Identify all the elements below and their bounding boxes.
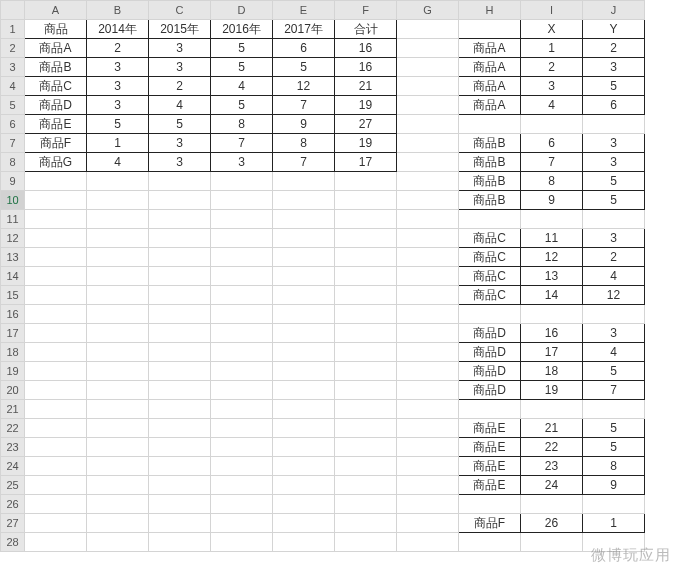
cell-J22[interactable]: 5 (583, 419, 645, 438)
cell-G5[interactable] (397, 96, 459, 115)
cell-G14[interactable] (397, 267, 459, 286)
cell-B16[interactable] (87, 305, 149, 324)
cell-D24[interactable] (211, 457, 273, 476)
cell-I5[interactable]: 4 (521, 96, 583, 115)
cell-A27[interactable] (25, 514, 87, 533)
cell-H17[interactable]: 商品D (459, 324, 521, 343)
cell-F5[interactable]: 19 (335, 96, 397, 115)
cell-A21[interactable] (25, 400, 87, 419)
cell-G2[interactable] (397, 39, 459, 58)
cell-A23[interactable] (25, 438, 87, 457)
cell-F4[interactable]: 21 (335, 77, 397, 96)
cell-J27[interactable]: 1 (583, 514, 645, 533)
cell-F25[interactable] (335, 476, 397, 495)
cell-I6[interactable] (521, 115, 583, 134)
cell-B12[interactable] (87, 229, 149, 248)
cell-J14[interactable]: 4 (583, 267, 645, 286)
cell-J18[interactable]: 4 (583, 343, 645, 362)
col-header-C[interactable]: C (149, 1, 211, 20)
cell-H3[interactable]: 商品A (459, 58, 521, 77)
col-header-E[interactable]: E (273, 1, 335, 20)
cell-I25[interactable]: 24 (521, 476, 583, 495)
cell-D27[interactable] (211, 514, 273, 533)
row-header-4[interactable]: 4 (1, 77, 25, 96)
cell-H23[interactable]: 商品E (459, 438, 521, 457)
cell-H19[interactable]: 商品D (459, 362, 521, 381)
cell-B26[interactable] (87, 495, 149, 514)
cell-E18[interactable] (273, 343, 335, 362)
cell-C9[interactable] (149, 172, 211, 191)
cell-C6[interactable]: 5 (149, 115, 211, 134)
row-header-1[interactable]: 1 (1, 20, 25, 39)
row-header-28[interactable]: 28 (1, 533, 25, 552)
cell-E28[interactable] (273, 533, 335, 552)
row-header-22[interactable]: 22 (1, 419, 25, 438)
cell-A19[interactable] (25, 362, 87, 381)
cell-I2[interactable]: 1 (521, 39, 583, 58)
cell-I17[interactable]: 16 (521, 324, 583, 343)
cell-A26[interactable] (25, 495, 87, 514)
cell-F7[interactable]: 19 (335, 134, 397, 153)
cell-I10[interactable]: 9 (521, 191, 583, 210)
cell-D28[interactable] (211, 533, 273, 552)
cell-A3[interactable]: 商品B (25, 58, 87, 77)
cell-H26[interactable] (459, 495, 521, 514)
cell-H20[interactable]: 商品D (459, 381, 521, 400)
cell-G21[interactable] (397, 400, 459, 419)
cell-D6[interactable]: 8 (211, 115, 273, 134)
row-header-21[interactable]: 21 (1, 400, 25, 419)
cell-I16[interactable] (521, 305, 583, 324)
cell-H18[interactable]: 商品D (459, 343, 521, 362)
cell-J15[interactable]: 12 (583, 286, 645, 305)
cell-C23[interactable] (149, 438, 211, 457)
row-header-7[interactable]: 7 (1, 134, 25, 153)
corner-cell[interactable] (1, 1, 25, 20)
row-header-17[interactable]: 17 (1, 324, 25, 343)
cell-G25[interactable] (397, 476, 459, 495)
cell-F18[interactable] (335, 343, 397, 362)
cell-A14[interactable] (25, 267, 87, 286)
cell-E24[interactable] (273, 457, 335, 476)
cell-E20[interactable] (273, 381, 335, 400)
cell-F26[interactable] (335, 495, 397, 514)
cell-G19[interactable] (397, 362, 459, 381)
cell-H27[interactable]: 商品F (459, 514, 521, 533)
cell-D26[interactable] (211, 495, 273, 514)
row-header-14[interactable]: 14 (1, 267, 25, 286)
cell-E9[interactable] (273, 172, 335, 191)
cell-F13[interactable] (335, 248, 397, 267)
cell-C25[interactable] (149, 476, 211, 495)
cell-J6[interactable] (583, 115, 645, 134)
cell-G27[interactable] (397, 514, 459, 533)
cell-H9[interactable]: 商品B (459, 172, 521, 191)
cell-J1[interactable]: Y (583, 20, 645, 39)
cell-C19[interactable] (149, 362, 211, 381)
cell-E13[interactable] (273, 248, 335, 267)
cell-A4[interactable]: 商品C (25, 77, 87, 96)
cell-C17[interactable] (149, 324, 211, 343)
row-header-24[interactable]: 24 (1, 457, 25, 476)
cell-E22[interactable] (273, 419, 335, 438)
cell-G17[interactable] (397, 324, 459, 343)
cell-I22[interactable]: 21 (521, 419, 583, 438)
cell-C14[interactable] (149, 267, 211, 286)
cell-F27[interactable] (335, 514, 397, 533)
row-header-20[interactable]: 20 (1, 381, 25, 400)
cell-E1[interactable]: 2017年 (273, 20, 335, 39)
cell-A16[interactable] (25, 305, 87, 324)
row-header-3[interactable]: 3 (1, 58, 25, 77)
cell-J2[interactable]: 2 (583, 39, 645, 58)
cell-B11[interactable] (87, 210, 149, 229)
cell-G4[interactable] (397, 77, 459, 96)
cell-I13[interactable]: 12 (521, 248, 583, 267)
cell-F15[interactable] (335, 286, 397, 305)
cell-B14[interactable] (87, 267, 149, 286)
col-header-A[interactable]: A (25, 1, 87, 20)
cell-I20[interactable]: 19 (521, 381, 583, 400)
cell-C16[interactable] (149, 305, 211, 324)
cell-I3[interactable]: 2 (521, 58, 583, 77)
cell-J9[interactable]: 5 (583, 172, 645, 191)
cell-F22[interactable] (335, 419, 397, 438)
cell-D17[interactable] (211, 324, 273, 343)
cell-I15[interactable]: 14 (521, 286, 583, 305)
